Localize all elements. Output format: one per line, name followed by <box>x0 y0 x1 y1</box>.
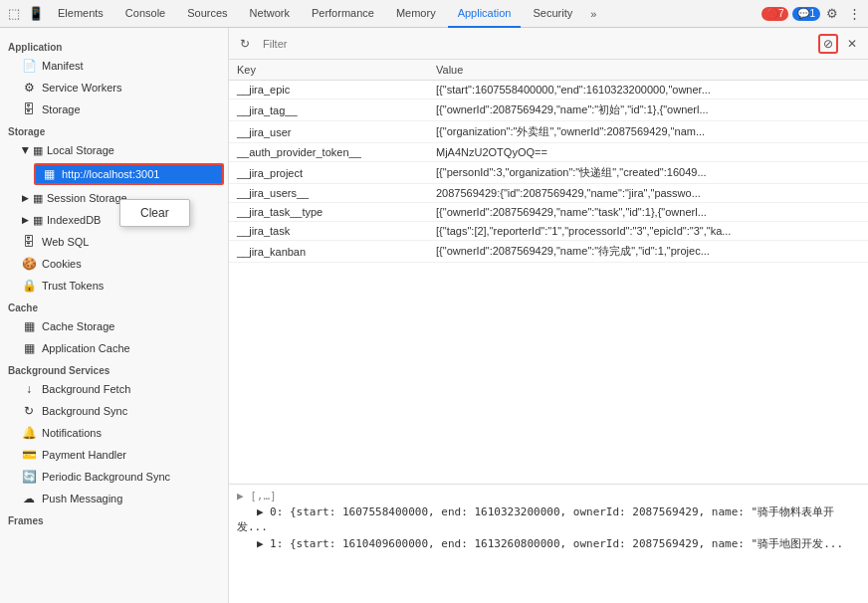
table-row[interactable]: __auth_provider_token__MjA4NzU2OTQyOQ== <box>229 143 868 162</box>
main-layout: Application 📄 Manifest ⚙ Service Workers… <box>0 28 868 603</box>
sidebar-item-payment-handler[interactable]: 💳 Payment Handler <box>0 444 228 466</box>
filter-input[interactable] <box>259 36 814 52</box>
bg-fetch-icon: ↓ <box>22 382 36 396</box>
table-row[interactable]: __jira_tag__[{"ownerId":2087569429,"name… <box>229 100 868 121</box>
tab-more[interactable]: » <box>584 8 602 20</box>
periodic-bg-sync-icon: 🔄 <box>22 470 36 484</box>
tab-security[interactable]: Security <box>523 0 582 28</box>
sidebar-item-localhost[interactable]: ▦ http://localhost:3001 <box>34 163 224 185</box>
console-line-0: ▶ 0: {start: 1607558400000, end: 1610323… <box>237 503 860 535</box>
sidebar-item-push-messaging[interactable]: ☁ Push Messaging <box>0 488 228 509</box>
filter-close-button[interactable]: ✕ <box>842 34 862 54</box>
table-cell-key: __jira_epic <box>229 81 428 100</box>
key-column-header: Key <box>229 60 428 81</box>
app-section-title: Application <box>0 36 228 55</box>
sidebar-item-cache-storage[interactable]: ▦ Cache Storage <box>0 315 228 337</box>
sidebar-item-service-workers[interactable]: ⚙ Service Workers <box>0 77 228 99</box>
table-row[interactable]: __jira_epic[{"start":1607558400000,"end"… <box>229 81 868 100</box>
warning-badge[interactable]: 💬 1 <box>792 7 820 21</box>
table-row[interactable]: __jira_task[{"tags":[2],"reporterId":"1"… <box>229 222 868 241</box>
filter-bar: ↻ ⊘ ✕ <box>229 28 868 60</box>
trust-tokens-icon: 🔒 <box>22 279 36 293</box>
content-area: ↻ ⊘ ✕ Key Value __jira_epic[{"star <box>229 28 868 603</box>
bg-section-title: Background Services <box>0 359 228 378</box>
tab-console[interactable]: Console <box>115 0 175 28</box>
websql-icon: 🗄 <box>22 235 36 249</box>
tab-memory[interactable]: Memory <box>386 0 446 28</box>
sidebar-item-notifications[interactable]: 🔔 Notifications <box>0 422 228 444</box>
table-row[interactable]: __jira_kanban[{"ownerId":2087569429,"nam… <box>229 241 868 263</box>
session-storage-icon: ▦ <box>33 192 43 205</box>
bg-sync-icon: ↻ <box>22 404 36 418</box>
cache-storage-icon: ▦ <box>22 319 36 333</box>
storage-table-container: Key Value __jira_epic[{"start":160755840… <box>229 60 868 484</box>
sidebar-item-app-cache[interactable]: ▦ Application Cache <box>0 337 228 359</box>
indexeddb-icon: ▦ <box>33 214 43 227</box>
tab-network[interactable]: Network <box>240 0 300 28</box>
tab-elements[interactable]: Elements <box>48 0 113 28</box>
table-row[interactable]: __jira_task__type[{"ownerId":2087569429,… <box>229 203 868 222</box>
localhost-icon: ▦ <box>42 167 56 181</box>
storage-section-title: Storage <box>0 120 228 139</box>
refresh-icon: ↻ <box>240 37 250 51</box>
settings-icon[interactable]: ⚙ <box>822 4 842 24</box>
filter-active-button[interactable]: ⊘ <box>818 34 838 54</box>
table-row[interactable]: __jira_users__2087569429:{"id":208756942… <box>229 184 868 203</box>
table-cell-key: __auth_provider_token__ <box>229 143 428 162</box>
table-cell-value: [{"ownerId":2087569429,"name":"初始","id":… <box>428 100 868 121</box>
console-output: ▶ [,…] ▶ 0: {start: 1607558400000, end: … <box>229 484 868 603</box>
sidebar-item-storage[interactable]: 🗄 Storage <box>0 99 228 120</box>
table-cell-value: [{"ownerId":2087569429,"name":"task","id… <box>428 203 868 222</box>
sidebar-item-bg-fetch[interactable]: ↓ Background Fetch <box>0 378 228 400</box>
tab-sources[interactable]: Sources <box>177 0 237 28</box>
sidebar-item-websql[interactable]: 🗄 Web SQL <box>0 231 228 253</box>
refresh-button[interactable]: ↻ <box>235 34 255 54</box>
manifest-icon: 📄 <box>22 59 36 73</box>
error-badge[interactable]: 🚫 7 <box>761 7 789 21</box>
cache-section-title: Cache <box>0 297 228 315</box>
storage-icon: 🗄 <box>22 102 36 116</box>
close-icon: ✕ <box>847 37 857 51</box>
cookies-icon: 🍪 <box>22 257 36 271</box>
session-storage-chevron: ▶ <box>22 193 29 203</box>
tab-application[interactable]: Application <box>448 0 522 28</box>
sidebar-item-bg-sync[interactable]: ↻ Background Sync <box>0 400 228 422</box>
inspect-icon[interactable]: ⬚ <box>4 4 24 24</box>
device-icon[interactable]: 📱 <box>26 4 46 24</box>
local-storage-chevron: ▶ <box>21 147 31 154</box>
table-cell-key: __jira_user <box>229 121 428 143</box>
clear-button[interactable]: Clear <box>120 200 189 226</box>
table-cell-value: [{"ownerId":2087569429,"name":"待完成","id"… <box>428 241 868 263</box>
tab-performance[interactable]: Performance <box>302 0 384 28</box>
table-cell-key: __jira_users__ <box>229 184 428 203</box>
indexeddb-group[interactable]: ▶ ▦ IndexedDB <box>0 209 228 231</box>
top-toolbar: ⬚ 📱 Elements Console Sources Network Per… <box>0 0 868 28</box>
local-storage-icon: ▦ <box>33 144 43 157</box>
table-cell-key: __jira_kanban <box>229 241 428 263</box>
notifications-icon: 🔔 <box>22 426 36 440</box>
table-cell-key: __jira_tag__ <box>229 100 428 121</box>
sidebar-item-trust-tokens[interactable]: 🔒 Trust Tokens <box>0 275 228 297</box>
table-row[interactable]: __jira_user[{"organization":"外卖组","owner… <box>229 121 868 143</box>
sidebar: Application 📄 Manifest ⚙ Service Workers… <box>0 28 229 603</box>
more-icon[interactable]: ⋮ <box>844 4 864 24</box>
table-cell-key: __jira_project <box>229 162 428 184</box>
console-line-1: ▶ 1: {start: 1610409600000, end: 1613260… <box>237 535 860 552</box>
table-cell-value: [{"organization":"外卖组","ownerId":2087569… <box>428 121 868 143</box>
sidebar-item-manifest[interactable]: 📄 Manifest <box>0 55 228 77</box>
indexeddb-chevron: ▶ <box>22 215 29 225</box>
service-workers-icon: ⚙ <box>22 81 36 95</box>
error-icon: 🚫 <box>766 8 778 19</box>
table-cell-key: __jira_task <box>229 222 428 241</box>
table-cell-value: MjA4NzU2OTQyOQ== <box>428 143 868 162</box>
push-messaging-icon: ☁ <box>22 492 36 505</box>
sidebar-item-cookies[interactable]: 🍪 Cookies <box>0 253 228 275</box>
frames-section-title: Frames <box>0 509 228 528</box>
table-cell-value: [{"personId":3,"organization":"快递组","cre… <box>428 162 868 184</box>
table-row[interactable]: __jira_project[{"personId":3,"organizati… <box>229 162 868 184</box>
session-storage-group[interactable]: ▶ ▦ Session Storage <box>0 187 228 209</box>
app-cache-icon: ▦ <box>22 341 36 355</box>
sidebar-item-periodic-bg-sync[interactable]: 🔄 Periodic Background Sync <box>0 466 228 488</box>
warning-icon: 💬 <box>797 8 809 19</box>
local-storage-group[interactable]: ▶ ▦ Local Storage <box>0 139 228 161</box>
